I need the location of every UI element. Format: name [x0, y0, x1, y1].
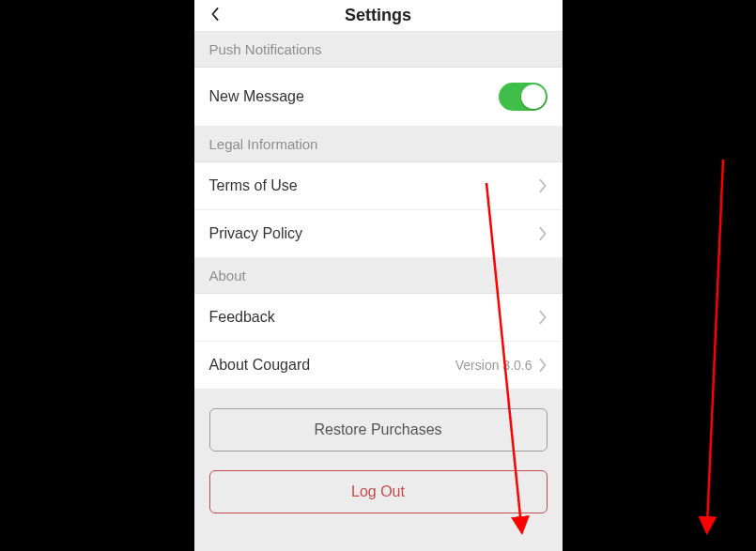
new-message-label: New Message: [209, 88, 304, 105]
page-title: Settings: [345, 6, 411, 25]
chevron-right-icon: [538, 227, 548, 240]
svg-line-1: [707, 160, 723, 526]
logout-label: Log Out: [351, 483, 405, 500]
header-bar: Settings: [194, 0, 563, 32]
toggle-knob: [521, 84, 546, 109]
chevron-right-icon: [538, 359, 548, 372]
section-header-push: Push Notifications: [194, 32, 563, 68]
privacy-label: Privacy Policy: [209, 225, 303, 242]
logout-button[interactable]: Log Out: [209, 470, 548, 513]
about-app-label: About Cougard: [209, 357, 311, 374]
restore-purchases-button[interactable]: Restore Purchases: [209, 408, 548, 452]
version-label: Version 3.0.6: [455, 358, 532, 373]
row-new-message: New Message: [194, 68, 563, 127]
button-area: Restore Purchases Log Out: [194, 390, 563, 551]
terms-label: Terms of Use: [209, 177, 298, 194]
restore-label: Restore Purchases: [314, 421, 441, 438]
back-button[interactable]: [206, 7, 224, 25]
row-terms-of-use[interactable]: Terms of Use: [194, 162, 563, 210]
section-header-legal: Legal Information: [194, 127, 563, 162]
feedback-label: Feedback: [209, 309, 275, 326]
chevron-right-icon: [538, 179, 548, 192]
row-feedback[interactable]: Feedback: [194, 294, 563, 342]
chevron-left-icon: [208, 8, 222, 24]
row-privacy-policy[interactable]: Privacy Policy: [194, 210, 563, 258]
section-header-about: About: [194, 258, 563, 294]
new-message-toggle[interactable]: [499, 83, 548, 111]
settings-screen: Settings Push Notifications New Message …: [194, 0, 563, 551]
chevron-right-icon: [538, 311, 548, 324]
row-about-app[interactable]: About Cougard Version 3.0.6: [194, 342, 563, 390]
